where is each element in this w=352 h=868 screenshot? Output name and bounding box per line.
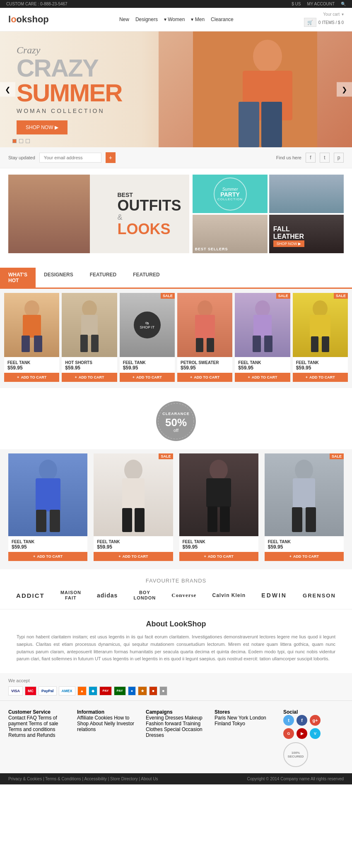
- brand-grenson[interactable]: GRENSON: [303, 592, 336, 599]
- footer-link-makeup[interactable]: Makeup: [185, 715, 203, 721]
- hero-prev-button[interactable]: ❮: [0, 82, 15, 97]
- footer-link-contact[interactable]: Contact: [8, 715, 25, 721]
- payment-icon-7: PAY: [99, 686, 111, 695]
- svg-rect-39: [206, 478, 231, 507]
- guaranteed-badge: 100%SECURED: [283, 742, 308, 767]
- footer-link-cookies[interactable]: Cookies: [94, 715, 112, 721]
- product-name-s1: FEEL TANK: [12, 540, 84, 544]
- brand-edwin[interactable]: EDWIN: [261, 592, 287, 599]
- amex-icon: AMEX: [59, 686, 75, 695]
- product-name-s3: FEEL TANK: [183, 540, 255, 544]
- svg-rect-33: [50, 510, 60, 532]
- nav-men[interactable]: ▾ Men: [191, 17, 205, 22]
- google-plus-social-btn[interactable]: g+: [310, 715, 321, 726]
- svg-rect-16: [207, 338, 214, 352]
- youtube-social-btn[interactable]: ▶: [297, 728, 307, 739]
- add-to-cart-label-s1: ADD TO CART: [37, 554, 63, 559]
- logo[interactable]: lookshop: [8, 14, 49, 25]
- search-icon[interactable]: 🔍: [341, 2, 346, 6]
- brand-addict[interactable]: ADDICT: [16, 592, 45, 599]
- svg-rect-22: [310, 315, 330, 338]
- tab-featured-2[interactable]: FEATURED: [125, 268, 168, 288]
- add-to-cart-btn-s1[interactable]: + ADD TO CART: [8, 552, 87, 561]
- footer-links: Customer Service Contact FAQ Terms of pa…: [0, 700, 352, 773]
- cart-area[interactable]: Your cart ▾ 🛒 0 ITEMS / $ 0: [304, 12, 344, 27]
- add-to-cart-btn-4[interactable]: + ADD TO CART: [177, 373, 232, 382]
- account-link[interactable]: MY ACCOUNT: [307, 2, 335, 6]
- twitter-icon[interactable]: t: [320, 153, 330, 163]
- tab-designers[interactable]: DESIGNERS: [36, 268, 82, 288]
- add-to-cart-btn-s3[interactable]: + ADD TO CART: [179, 552, 258, 561]
- brand-converse[interactable]: Converse: [171, 592, 196, 599]
- product-name-s4: FEEL TANK: [268, 540, 340, 544]
- svg-rect-43: [293, 478, 315, 508]
- cart-plus-icon-3: +: [133, 375, 135, 379]
- add-to-cart-btn-5[interactable]: + ADD TO CART: [235, 373, 290, 382]
- second-img-2: SALE: [94, 453, 173, 536]
- nav-women[interactable]: ▾ Women: [164, 17, 185, 22]
- footer-link-terms-conditions[interactable]: Terms and conditions: [8, 727, 55, 732]
- model-banner[interactable]: [269, 175, 344, 213]
- product-info-1: FEEL TANK $59.95: [4, 357, 59, 373]
- currency-selector[interactable]: $ US: [292, 2, 301, 6]
- tab-whats-hot[interactable]: WHAT'SHOT: [0, 268, 36, 288]
- hero-shop-now-button[interactable]: SHOP NOW ▶: [17, 120, 68, 134]
- top-bar: CUSTOM CARE : 0-888-23-5467 $ US MY ACCO…: [0, 0, 352, 8]
- footer-link-terms-sale[interactable]: Terms of sale: [29, 721, 58, 727]
- footer-link-about-nelly[interactable]: About Nelly: [90, 721, 115, 727]
- newsletter-submit-button[interactable]: +: [106, 152, 116, 163]
- footer-link-evening-dresses[interactable]: Evening Dresses: [146, 715, 183, 721]
- fall-leather-banner[interactable]: FALL LEATHER SHOP NOW ▶: [269, 215, 344, 253]
- footer-link-returns[interactable]: Returns and Refunds: [8, 732, 55, 738]
- facebook-icon[interactable]: f: [306, 153, 316, 163]
- brand-calvinklein[interactable]: Calvin Klein: [212, 592, 246, 598]
- brands-title: FAVOURITE BRANDS: [8, 578, 344, 584]
- google-social-btn[interactable]: G: [283, 728, 294, 739]
- brand-maison[interactable]: MAISONFAIT: [60, 590, 81, 601]
- product-info-6: FEEL TANK $59.95: [293, 357, 348, 373]
- footer-link-fashion[interactable]: Fashion forward: [146, 721, 181, 727]
- brand-adidas[interactable]: adidas: [97, 592, 118, 599]
- footer-links-text[interactable]: Privacy & Cookies | Terms & Conditions |…: [8, 777, 158, 781]
- vimeo-social-btn[interactable]: V: [310, 728, 321, 739]
- hero-next-button[interactable]: ❯: [337, 82, 352, 97]
- brand-boy-london[interactable]: BOYLONDON: [134, 590, 156, 601]
- footer-link-finland[interactable]: Finland: [215, 721, 231, 727]
- footer-link-tokyo[interactable]: Tokyo: [232, 721, 245, 727]
- add-to-cart-btn-s4[interactable]: + ADD TO CART: [265, 552, 344, 561]
- svg-rect-36: [122, 508, 132, 532]
- svg-rect-10: [81, 315, 98, 336]
- add-to-cart-btn-s2[interactable]: + ADD TO CART: [94, 552, 173, 561]
- footer-link-new-york[interactable]: New York: [227, 715, 248, 721]
- outfits-banner[interactable]: BEST OUTFITS & LOOKS: [8, 175, 189, 253]
- summer-party-banner[interactable]: Summer PARTY COLLECTION: [193, 175, 267, 213]
- footer-col-social: Social t f g+ G ▶ V 100%SECURED: [283, 709, 344, 767]
- footer-link-paris[interactable]: Paris: [215, 715, 226, 721]
- tab-featured-1[interactable]: FEATURED: [82, 268, 125, 288]
- fall-shop-now-button[interactable]: SHOP NOW ▶: [273, 240, 304, 247]
- add-to-cart-btn-6[interactable]: + ADD TO CART: [293, 373, 348, 382]
- facebook-social-btn[interactable]: f: [297, 715, 307, 726]
- svg-rect-20: [264, 336, 272, 352]
- bestsellers-banner[interactable]: BEST SELLERS: [193, 215, 267, 253]
- add-to-cart-btn-3[interactable]: + ADD TO CART: [120, 373, 175, 382]
- add-to-cart-btn-2[interactable]: + ADD TO CART: [62, 373, 117, 382]
- newsletter-left: Stay updated +: [8, 152, 116, 163]
- visa-icon: VISA: [8, 686, 23, 695]
- add-to-cart-btn-1[interactable]: + ADD TO CART: [4, 373, 59, 382]
- newsletter-input[interactable]: [39, 153, 101, 163]
- twitter-social-btn[interactable]: t: [283, 715, 294, 726]
- footer-link-affiliate[interactable]: Affiliate: [77, 715, 93, 721]
- nav-new[interactable]: New: [119, 17, 129, 22]
- looks-label: LOOKS: [117, 222, 181, 237]
- shop-it-button-3[interactable]: 🛍 SHOP IT: [134, 312, 161, 338]
- footer-link-faq[interactable]: FAQ: [27, 715, 37, 721]
- svg-rect-12: [91, 335, 99, 352]
- footer-link-london[interactable]: London: [250, 715, 266, 721]
- footer-bottom: Privacy & Cookies | Terms & Conditions |…: [0, 773, 352, 784]
- nav-clearance[interactable]: Clearance: [211, 17, 234, 22]
- pinterest-icon[interactable]: p: [334, 153, 344, 163]
- svg-rect-44: [292, 507, 302, 532]
- nav-designers[interactable]: Designers: [135, 17, 158, 22]
- cart-dropdown-icon[interactable]: ▾: [342, 12, 344, 17]
